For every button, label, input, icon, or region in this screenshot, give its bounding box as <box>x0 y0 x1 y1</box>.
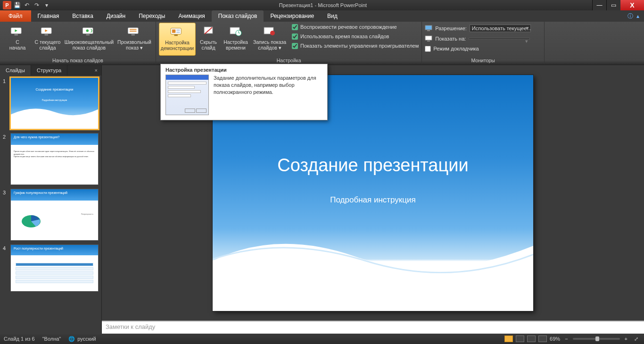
from-beginning-label: С начала <box>9 39 26 50</box>
rehearse-button[interactable]: Настройка времени <box>221 23 250 56</box>
setup-slideshow-label: Настройка демонстрации <box>161 40 194 51</box>
controls-label: Показать элементы управления проигрывате… <box>300 43 419 49</box>
zoom-fit-button[interactable]: ⤢ <box>632 336 640 342</box>
slide-subtitle[interactable]: Подробная инструкция <box>213 195 533 205</box>
presenter-checkbox-row[interactable]: Режим докладчика <box>425 44 541 53</box>
svg-rect-5 <box>45 34 48 35</box>
hide-slide-icon <box>201 25 216 38</box>
redo-button[interactable]: ↷ <box>33 1 41 9</box>
thumb3-headline: График популярности презентаций <box>14 191 95 194</box>
presenter-checkbox[interactable] <box>425 46 431 52</box>
show-on-icon <box>425 35 432 42</box>
setup-slideshow-button[interactable]: Настройка демонстрации <box>159 23 196 56</box>
resolution-combo[interactable]: Использовать текущее... <box>470 25 531 32</box>
presenter-label: Режим докладчика <box>433 46 479 51</box>
tab-home[interactable]: Главная <box>31 10 66 22</box>
group-setup: Настройка демонстрации Скрыть слайд Наст… <box>156 22 422 65</box>
svg-rect-29 <box>427 41 430 42</box>
view-normal-button[interactable] <box>504 336 513 342</box>
pie-chart-icon <box>19 211 43 230</box>
window-buttons: — ▭ X <box>592 0 644 10</box>
show-on-label: Показать на: <box>435 36 466 42</box>
quick-access-toolbar: P 💾 ↶ ↷ ▾ <box>0 1 54 9</box>
hide-slide-button[interactable]: Скрыть слайд <box>197 23 220 56</box>
thumb-row: 4 Рост популярности презентаций <box>3 244 99 292</box>
panel-tab-slides[interactable]: Слайды <box>0 65 31 76</box>
controls-checkbox-row[interactable]: Показать элементы управления проигрывате… <box>292 42 419 50</box>
narration-checkbox[interactable] <box>292 24 298 30</box>
zoom-out-button[interactable]: − <box>563 336 570 342</box>
save-button[interactable]: 💾 <box>13 1 21 9</box>
title-bar: P 💾 ↶ ↷ ▾ Презентация1 - Microsoft Power… <box>0 0 644 10</box>
thumbnail-list[interactable]: 1 Создание презентации Подробная инструк… <box>0 76 101 334</box>
thumbnail-1[interactable]: Создание презентации Подробная инструкци… <box>10 77 99 129</box>
file-tab[interactable]: Файл <box>0 10 31 22</box>
tab-slideshow[interactable]: Показ слайдов <box>212 10 264 22</box>
thumbnail-3[interactable]: График популярности презентаций Популярн… <box>10 189 99 241</box>
rehearse-icon <box>228 25 243 38</box>
timings-checkbox[interactable] <box>292 34 298 40</box>
from-beginning-button[interactable]: С начала <box>3 23 32 56</box>
thumb-number: 3 <box>3 189 8 241</box>
svg-rect-26 <box>425 25 432 30</box>
tab-review[interactable]: Рецензирование <box>264 10 321 22</box>
tab-transitions[interactable]: Переходы <box>132 10 172 22</box>
undo-button[interactable]: ↶ <box>23 1 31 9</box>
svg-rect-27 <box>427 30 430 31</box>
show-on-combo[interactable] <box>469 38 530 40</box>
panel-tab-outline[interactable]: Структура <box>31 65 67 76</box>
tab-animation[interactable]: Анимация <box>172 10 211 22</box>
status-slide-counter: Слайд 1 из 6 <box>4 336 35 342</box>
setup-slideshow-icon <box>170 25 185 38</box>
from-current-button[interactable]: С текущего слайда <box>33 23 62 56</box>
maximize-button[interactable]: ▭ <box>606 0 620 10</box>
resolution-icon <box>425 25 432 32</box>
resolution-label: Разрешение: <box>435 25 467 31</box>
notes-pane[interactable]: Заметки к слайду <box>102 320 644 334</box>
svg-rect-2 <box>15 34 18 35</box>
view-reading-button[interactable] <box>527 336 536 342</box>
group-monitors-label: Мониторы <box>425 57 541 65</box>
broadcast-button[interactable]: Широковещательный показ слайдов <box>63 23 115 56</box>
thumb-number: 4 <box>3 244 8 292</box>
zoom-slider[interactable] <box>573 338 620 340</box>
svg-point-25 <box>270 31 275 35</box>
resolution-row: Разрешение: Использовать текущее... <box>425 24 541 33</box>
show-on-row: Показать на: <box>425 34 541 43</box>
thumb3-legend: Популярность <box>81 213 93 215</box>
svg-rect-11 <box>130 31 137 32</box>
svg-point-7 <box>86 29 89 32</box>
custom-show-button[interactable]: Произвольный показ ▾ <box>116 23 153 56</box>
language-icon: 🌐 <box>68 336 75 342</box>
qat-dropdown[interactable]: ▾ <box>42 1 51 9</box>
status-language[interactable]: 🌐русский <box>68 336 96 342</box>
tab-insert[interactable]: Вставка <box>66 10 100 22</box>
group-start-slideshow: С начала С текущего слайда Широковещател… <box>0 22 156 65</box>
view-sorter-button[interactable] <box>516 336 524 342</box>
powerpoint-logo-icon: P <box>3 1 11 9</box>
slide-title[interactable]: Создание презентации <box>213 155 533 176</box>
group-start-label: Начать показ слайдов <box>3 57 153 65</box>
tab-design[interactable]: Дизайн <box>100 10 132 22</box>
close-button[interactable]: X <box>620 0 644 10</box>
thumbnail-2[interactable]: Для чего нужна презентация? Презентация … <box>10 133 99 185</box>
narration-checkbox-row[interactable]: Воспроизвести речевое сопровождение <box>292 23 419 31</box>
tab-view[interactable]: Вид <box>321 10 344 22</box>
thumb4-table <box>16 263 93 284</box>
custom-show-icon <box>127 25 142 38</box>
thumb4-headline: Рост популярности презентаций <box>14 247 95 250</box>
zoom-in-button[interactable]: + <box>623 336 629 342</box>
timings-checkbox-row[interactable]: Использовать время показа слайдов <box>292 32 419 41</box>
from-current-icon <box>40 25 55 38</box>
panel-close-button[interactable]: × <box>91 65 101 76</box>
broadcast-label: Широковещательный показ слайдов <box>65 39 114 50</box>
controls-checkbox[interactable] <box>292 43 298 49</box>
slide-panel-tabs: Слайды Структура × <box>0 65 101 76</box>
svg-rect-12 <box>132 34 135 35</box>
record-button[interactable]: Запись показа слайдов ▾ <box>251 23 288 56</box>
view-slideshow-button[interactable] <box>538 336 547 342</box>
tooltip-thumbnail <box>165 75 209 115</box>
ribbon-help[interactable]: ⓘ ▴ <box>623 10 644 22</box>
thumbnail-4[interactable]: Рост популярности презентаций <box>10 244 99 292</box>
minimize-button[interactable]: — <box>592 0 606 10</box>
